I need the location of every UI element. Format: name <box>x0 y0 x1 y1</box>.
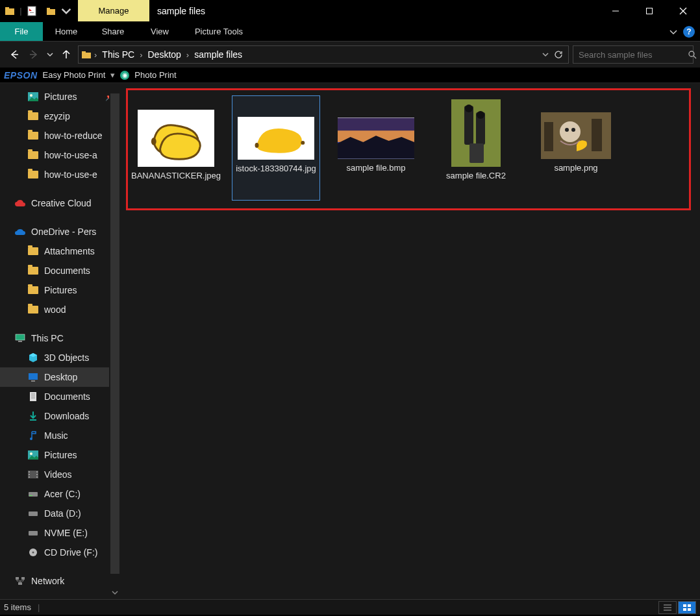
navigation-pane[interactable]: Pictures 📌 ezyzip how-to-reduce how-to-u… <box>0 83 121 599</box>
sidebar-item-documents[interactable]: Documents <box>0 387 121 406</box>
svg-point-17 <box>30 94 32 97</box>
close-button[interactable] <box>666 0 700 22</box>
sidebar-item-label: Desktop <box>44 372 77 382</box>
chevron-right-icon[interactable]: › <box>94 50 97 60</box>
epson-photo-print[interactable]: Photo Print <box>134 70 176 80</box>
file-item[interactable]: BANANASTICKER.jpeg <box>132 95 220 201</box>
window-title: sample files <box>157 6 205 16</box>
svg-rect-38 <box>29 495 32 496</box>
svg-point-66 <box>565 128 569 132</box>
sidebar-item-desktop[interactable]: Desktop <box>0 367 121 387</box>
sidebar-item-label: Pictures <box>44 92 77 102</box>
sidebar-item-downloads[interactable]: Downloads <box>0 406 121 426</box>
address-bar[interactable]: › This PC › Desktop › sample files <box>78 45 569 64</box>
sidebar-item-folder[interactable]: how-to-reduce <box>0 126 121 145</box>
file-item[interactable]: istock-183380744.jpg <box>232 95 320 201</box>
svg-rect-39 <box>29 511 38 516</box>
dropdown-icon[interactable]: ▾ <box>110 70 115 80</box>
drive-icon <box>27 488 39 500</box>
svg-rect-21 <box>31 380 35 382</box>
sidebar-item-label: Videos <box>44 469 72 480</box>
sidebar-item-wood[interactable]: wood <box>0 300 121 319</box>
svg-rect-43 <box>16 577 19 580</box>
sidebar-item-pictures[interactable]: Pictures <box>0 280 121 300</box>
qat-new-folder-icon[interactable] <box>42 1 61 21</box>
svg-rect-33 <box>29 476 30 478</box>
sidebar-item-thispc-pictures[interactable]: Pictures <box>0 445 121 465</box>
file-item[interactable]: sample file.CR2 <box>432 95 520 201</box>
context-tab-manage[interactable]: Manage <box>78 0 149 21</box>
sidebar-item-network[interactable]: Network <box>0 571 121 591</box>
sidebar-item-cd-drive[interactable]: CD Drive (F:) <box>0 543 121 562</box>
breadcrumb-this-pc[interactable]: This PC <box>99 49 137 60</box>
minimize-button[interactable] <box>599 0 632 22</box>
scroll-thumb[interactable] <box>110 93 119 574</box>
file-thumbnail <box>238 117 314 160</box>
sidebar-item-label: 3D Objects <box>44 352 89 363</box>
sidebar-item-drive-e[interactable]: NVME (E:) <box>0 523 121 543</box>
status-separator: | <box>38 602 40 612</box>
ribbon-expand-icon[interactable] <box>669 27 678 36</box>
annotation-highlight-box: BANANASTICKER.jpeg istock-183380744.jpg <box>126 88 691 210</box>
sidebar-item-attachments[interactable]: Attachments <box>0 241 121 261</box>
sidebar-item-videos[interactable]: Videos <box>0 465 121 484</box>
view-thumbnails-button[interactable] <box>678 601 696 614</box>
search-icon[interactable] <box>688 50 697 59</box>
file-label: sample file.CR2 <box>446 171 506 193</box>
svg-rect-7 <box>647 8 653 14</box>
svg-rect-36 <box>36 476 38 478</box>
svg-point-42 <box>32 552 34 554</box>
nav-forward-button[interactable] <box>26 47 42 62</box>
ribbon-tab-share[interactable]: Share <box>90 22 136 41</box>
svg-rect-32 <box>29 474 30 475</box>
ribbon-tab-picture-tools[interactable]: Picture Tools <box>183 22 255 41</box>
ribbon-tab-home[interactable]: Home <box>43 22 90 41</box>
view-details-button[interactable] <box>658 601 677 614</box>
sidebar-item-documents[interactable]: Documents <box>0 261 121 280</box>
refresh-icon[interactable] <box>554 50 563 59</box>
search-box[interactable] <box>573 45 694 64</box>
epson-easy-photo-print[interactable]: Easy Photo Print <box>43 70 106 80</box>
file-item[interactable]: sample file.bmp <box>332 95 420 201</box>
sidebar-item-this-pc[interactable]: This PC <box>0 328 121 348</box>
address-history-dropdown[interactable] <box>542 51 549 58</box>
qat-properties-icon[interactable] <box>22 1 42 21</box>
search-input[interactable] <box>579 50 688 60</box>
svg-rect-19 <box>18 341 22 342</box>
sidebar-item-folder[interactable]: how-to-use-a <box>0 145 121 165</box>
sidebar-item-music[interactable]: Music <box>0 426 121 445</box>
file-label: istock-183380744.jpg <box>236 164 316 186</box>
sidebar-item-pictures[interactable]: Pictures 📌 <box>0 87 121 106</box>
quick-access-folder-icon[interactable] <box>0 1 19 21</box>
sidebar-item-folder[interactable]: how-to-use-e <box>0 165 121 184</box>
breadcrumb-desktop[interactable]: Desktop <box>145 49 183 60</box>
folder-icon <box>27 110 39 122</box>
ribbon-file-tab[interactable]: File <box>0 22 43 41</box>
sidebar-item-label: how-to-reduce <box>44 130 103 141</box>
epson-logo: EPSON <box>4 70 38 80</box>
maximize-button[interactable] <box>632 0 666 22</box>
scroll-down-icon[interactable] <box>109 586 121 599</box>
qat-customize-dropdown[interactable] <box>61 1 71 21</box>
folder-icon <box>27 304 39 315</box>
file-item[interactable]: sample.png <box>532 95 620 201</box>
sidebar-item-creative-cloud[interactable]: Creative Cloud <box>0 193 121 213</box>
chevron-right-icon[interactable]: › <box>140 50 142 60</box>
sidebar-item-label: ezyzip <box>44 111 70 121</box>
breadcrumb-sample-files[interactable]: sample files <box>192 49 245 60</box>
ribbon-tab-view[interactable]: View <box>136 22 183 41</box>
nav-up-button[interactable] <box>58 47 74 62</box>
nav-recent-dropdown[interactable] <box>45 47 55 62</box>
folder-icon <box>27 265 39 277</box>
sidebar-item-ezyzip[interactable]: ezyzip <box>0 106 121 126</box>
help-icon[interactable]: ? <box>683 26 695 38</box>
chevron-right-icon[interactable]: › <box>186 50 189 60</box>
file-list-pane[interactable]: BANANASTICKER.jpeg istock-183380744.jpg <box>121 83 700 599</box>
sidebar-item-drive-c[interactable]: Acer (C:) <box>0 484 121 504</box>
sidebar-item-3d-objects[interactable]: 3D Objects <box>0 348 121 367</box>
nav-back-button[interactable] <box>6 47 22 62</box>
sidebar-item-onedrive[interactable]: OneDrive - Pers <box>0 222 121 241</box>
sidebar-item-label: Network <box>31 576 64 586</box>
nav-scrollbar[interactable] <box>109 83 121 586</box>
sidebar-item-drive-d[interactable]: Data (D:) <box>0 504 121 523</box>
